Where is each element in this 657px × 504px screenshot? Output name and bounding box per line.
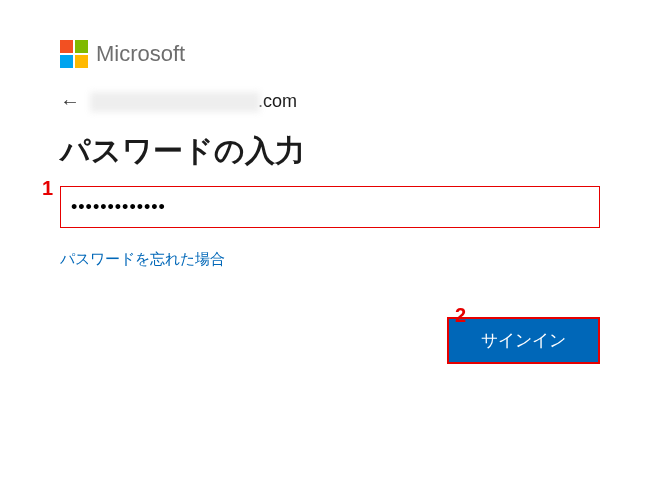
back-arrow-icon[interactable]: ← (60, 90, 80, 113)
annotation-marker-1: 1 (42, 178, 53, 198)
page-title: パスワードの入力 (60, 131, 597, 172)
email-redacted (90, 92, 260, 112)
account-email: .com (90, 91, 297, 112)
password-field-wrap: 1 (60, 186, 597, 228)
button-row: 2 サインイン (60, 317, 600, 364)
brand-row: Microsoft (60, 40, 597, 68)
signin-card: Microsoft ← .com パスワードの入力 1 パスワードを忘れた場合 … (0, 0, 657, 404)
annotation-marker-2: 2 (455, 305, 466, 325)
brand-name: Microsoft (96, 41, 185, 67)
forgot-password-link[interactable]: パスワードを忘れた場合 (60, 250, 225, 269)
signin-button[interactable]: サインイン (447, 317, 600, 364)
microsoft-logo-icon (60, 40, 88, 68)
password-input[interactable] (60, 186, 600, 228)
email-suffix: .com (258, 91, 297, 111)
identity-row[interactable]: ← .com (60, 90, 597, 113)
